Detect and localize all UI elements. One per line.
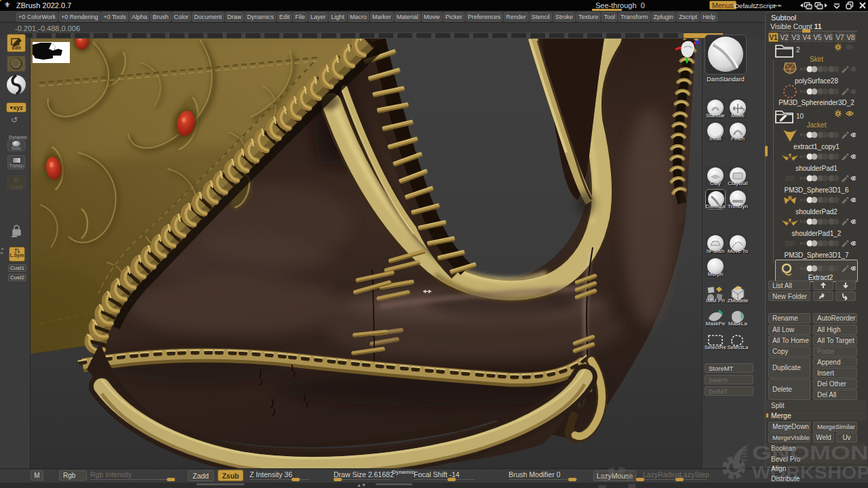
svg-text:Edit: Edit: [12, 45, 21, 50]
